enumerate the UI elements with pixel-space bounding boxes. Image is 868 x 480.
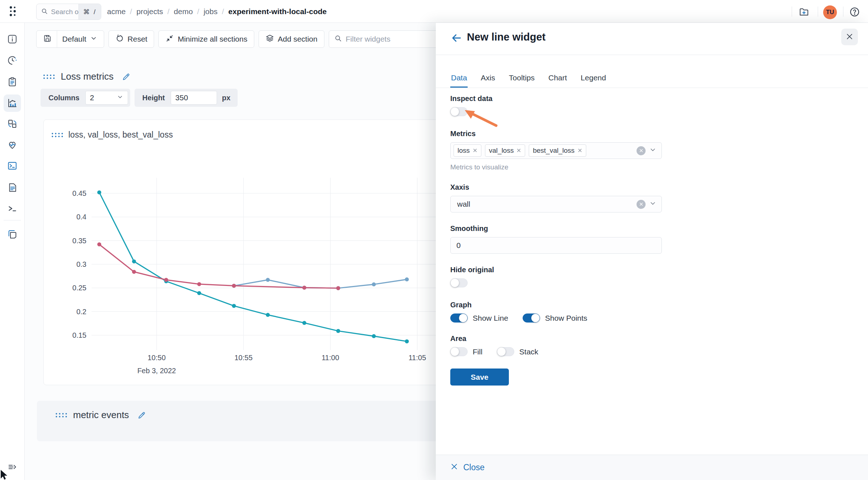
panel-close-button[interactable] <box>841 29 858 45</box>
layout-preset-button[interactable]: Default <box>36 30 104 48</box>
panel-title: New line widget <box>467 31 546 43</box>
remove-tag-icon[interactable] <box>578 147 582 155</box>
chevron-down-icon <box>649 146 656 155</box>
chevron-down-icon <box>90 35 97 44</box>
xaxis-select[interactable]: wall <box>450 196 662 212</box>
sidebar-item-metadata[interactable] <box>4 73 21 91</box>
breadcrumb-item[interactable]: jobs <box>204 7 218 16</box>
smoothing-field: Smoothing <box>450 224 662 254</box>
metric-events-section: metric events <box>37 401 491 441</box>
drag-handle[interactable] <box>55 412 67 418</box>
inspect-data-toggle[interactable] <box>450 107 468 116</box>
inspect-data-label: Inspect data <box>450 94 662 103</box>
help-button[interactable] <box>848 5 861 19</box>
close-panel-button[interactable]: Close <box>450 463 485 473</box>
sidebar-item-details[interactable] <box>4 31 21 48</box>
show-points-toggle[interactable] <box>523 313 540 323</box>
tab-tooltips[interactable]: Tooltips <box>508 71 535 88</box>
svg-text:0.2: 0.2 <box>76 308 86 316</box>
loss-section-header: Loss metrics <box>43 71 131 82</box>
show-line-toggle[interactable] <box>450 313 468 323</box>
search-icon <box>334 34 342 44</box>
app-logo-icon[interactable] <box>7 5 20 18</box>
sidebar-item-terminal[interactable] <box>4 157 21 175</box>
metric-tag[interactable]: loss <box>454 144 481 157</box>
clear-icon[interactable] <box>637 200 646 209</box>
area-label: Area <box>450 334 662 343</box>
sidebar-item-compare[interactable] <box>4 115 21 133</box>
edit-section-icon[interactable] <box>122 72 131 81</box>
arrow-left-icon <box>451 39 462 45</box>
svg-text:0.3: 0.3 <box>76 260 86 268</box>
panel-form: Inspect data Metrics loss val_loss best_… <box>450 94 662 386</box>
prompt-icon <box>7 203 18 215</box>
reset-button[interactable]: Reset <box>109 30 154 48</box>
drag-handle[interactable] <box>43 74 55 80</box>
breadcrumb-item[interactable]: projects <box>136 7 163 16</box>
avatar[interactable]: TU <box>823 5 837 19</box>
svg-text:11:00: 11:00 <box>322 354 339 362</box>
filter-widgets-input[interactable] <box>346 35 446 43</box>
metric-tag[interactable]: val_loss <box>485 144 526 157</box>
smoothing-input[interactable] <box>450 237 662 254</box>
clear-all-icon[interactable] <box>637 146 646 155</box>
heart-pulse-icon <box>7 139 18 151</box>
minimize-icon <box>165 34 174 45</box>
xaxis-value: wall <box>454 200 470 209</box>
drag-handle[interactable] <box>51 132 63 138</box>
columns-control: Columns 2 <box>41 89 130 107</box>
sidebar-item-logs[interactable] <box>4 179 21 197</box>
search-shortcut: ⌘ / <box>78 4 101 20</box>
svg-text:0.15: 0.15 <box>72 331 86 339</box>
edit-section-icon[interactable] <box>137 410 146 420</box>
panel-header: New line widget <box>436 23 868 55</box>
metric-tag[interactable]: best_val_loss <box>529 144 586 157</box>
fill-toggle[interactable] <box>450 347 468 356</box>
sidebar-item-history[interactable] <box>4 52 21 70</box>
global-search[interactable]: ⌘ / <box>36 4 101 20</box>
filter-widgets-box[interactable] <box>329 30 452 48</box>
remove-tag-icon[interactable] <box>516 147 521 155</box>
hide-original-label: Hide original <box>450 266 662 274</box>
hide-original-toggle[interactable] <box>450 278 468 287</box>
close-icon <box>846 33 854 42</box>
sidebar-item-console[interactable] <box>4 200 21 218</box>
minimize-all-sections-button[interactable]: Minimize all sections <box>158 30 254 48</box>
add-section-button[interactable]: Add section <box>259 30 324 48</box>
sidebar-divider <box>4 220 21 220</box>
area-field: Area Fill Stack <box>450 334 662 356</box>
breadcrumb-item[interactable]: demo <box>174 7 193 16</box>
tab-axis[interactable]: Axis <box>480 71 496 88</box>
tab-data[interactable]: Data <box>450 71 468 88</box>
sidebar-item-charts[interactable] <box>4 94 21 112</box>
graph-label: Graph <box>450 301 662 309</box>
back-button[interactable] <box>450 32 463 45</box>
stack-toggle[interactable] <box>497 347 514 356</box>
add-section-label: Add section <box>278 35 318 43</box>
sidebar-item-artifacts[interactable] <box>4 226 21 243</box>
sync-copies-icon <box>7 118 18 130</box>
document-icon <box>7 182 18 194</box>
tab-legend[interactable]: Legend <box>580 71 607 88</box>
close-label: Close <box>463 463 485 472</box>
remove-tag-icon[interactable] <box>473 147 477 155</box>
breadcrumb-item[interactable]: acme <box>107 7 125 16</box>
height-input[interactable] <box>171 91 217 105</box>
save-button[interactable]: Save <box>450 369 509 386</box>
tab-chart[interactable]: Chart <box>548 71 567 88</box>
divider <box>843 7 843 17</box>
metrics-field: Metrics loss val_loss best_val_loss <box>450 130 662 171</box>
new-project-folder-button[interactable] <box>797 5 811 19</box>
svg-text:10:55: 10:55 <box>234 354 252 362</box>
sidebar-item-monitoring[interactable] <box>4 136 21 154</box>
height-label: Height <box>137 94 171 102</box>
panel-footer: Close <box>436 455 868 480</box>
columns-select[interactable]: 2 <box>85 91 128 105</box>
metrics-multiselect[interactable]: loss val_loss best_val_loss <box>450 142 662 159</box>
widget-title-row: loss, val_loss, best_val_loss <box>51 130 173 140</box>
show-line-label: Show Line <box>473 314 508 323</box>
breadcrumb-separator <box>197 7 199 16</box>
metric-tag-label: loss <box>458 147 470 155</box>
search-input[interactable] <box>51 8 78 16</box>
loss-line-chart: 10:50Feb 3, 202210:5511:0011:050.150.20.… <box>44 170 463 386</box>
